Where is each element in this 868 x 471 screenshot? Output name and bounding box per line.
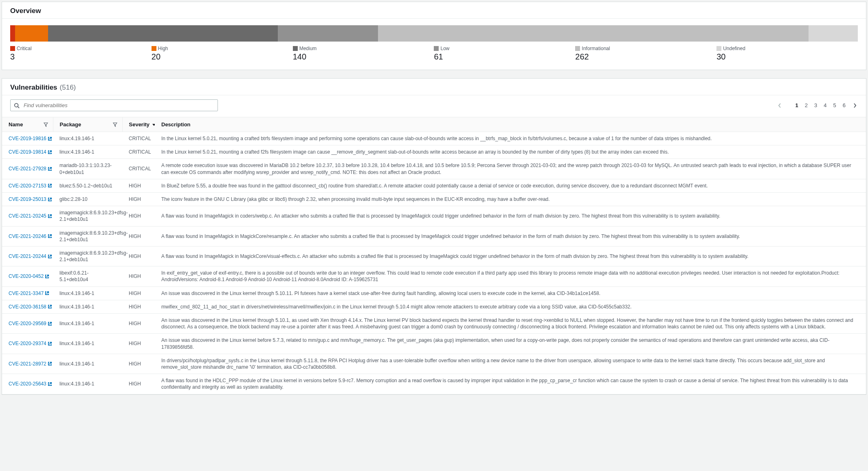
legend-item-undefined: Undefined30 xyxy=(716,46,858,62)
cell-severity: CRITICAL xyxy=(122,145,155,159)
table-row: CVE-2021-28972 linux:4.19.146-1HIGHIn dr… xyxy=(2,354,866,374)
external-link-icon xyxy=(48,304,52,309)
cell-severity: HIGH xyxy=(122,286,155,300)
cve-link[interactable]: CVE-2020-29374 xyxy=(9,340,52,347)
vulnerabilities-panel: Vulnerabilities (516) 123456 Name Packag… xyxy=(2,78,866,395)
cve-link[interactable]: CVE-2021-20246 xyxy=(9,233,52,240)
col-description-header: Description xyxy=(155,117,866,132)
legend-count: 20 xyxy=(152,52,293,62)
cve-link[interactable]: CVE-2020-36158 xyxy=(9,304,52,310)
table-row: CVE-2019-19814 linux:4.19.146-1CRITICALI… xyxy=(2,145,866,159)
cell-package: linux:4.19.146-1 xyxy=(53,354,122,374)
cell-severity: CRITICAL xyxy=(122,132,155,145)
cve-link[interactable]: CVE-2020-27153 xyxy=(9,183,52,189)
vulnerabilities-count: (516) xyxy=(60,84,76,92)
bar-segment-medium xyxy=(48,25,278,42)
legend-swatch xyxy=(434,46,439,51)
pagination: 123456 xyxy=(777,102,858,108)
legend-swatch xyxy=(716,46,721,51)
external-link-icon xyxy=(48,167,52,171)
filter-icon xyxy=(113,122,117,127)
legend-swatch xyxy=(575,46,580,51)
cell-description: In the Linux kernel 5.0.21, mounting a c… xyxy=(155,145,866,159)
cell-description: A remote code execution issue was discov… xyxy=(155,159,866,179)
bar-segment-high xyxy=(15,25,48,42)
external-link-icon xyxy=(48,361,52,366)
cve-link[interactable]: CVE-2021-3347 xyxy=(9,290,49,297)
cve-link[interactable]: CVE-2021-20244 xyxy=(9,253,52,260)
svg-point-0 xyxy=(15,103,18,107)
overview-body: Critical3High20Medium140Low61Information… xyxy=(2,19,866,70)
page-1[interactable]: 1 xyxy=(795,102,798,108)
page-2[interactable]: 2 xyxy=(805,102,808,108)
legend-item-low: Low61 xyxy=(434,46,575,62)
cell-name: CVE-2021-20244 xyxy=(2,246,53,266)
legend-label: Undefined xyxy=(723,46,745,51)
cve-link[interactable]: CVE-2021-27928 xyxy=(9,165,52,172)
cell-description: In the Linux kernel 5.0.21, mounting a c… xyxy=(155,132,866,145)
cve-link[interactable]: CVE-2021-28972 xyxy=(9,361,52,367)
external-link-icon xyxy=(48,183,52,188)
cell-name: CVE-2019-19816 xyxy=(2,132,53,145)
search-input[interactable] xyxy=(10,99,218,111)
cve-link[interactable]: CVE-2019-19814 xyxy=(9,149,52,155)
legend-swatch xyxy=(293,46,298,51)
cell-name: CVE-2020-0452 xyxy=(2,266,53,286)
cell-description: A flaw was found in the HDLC_PPP module … xyxy=(155,374,866,394)
external-link-icon xyxy=(48,197,52,202)
cell-description: The iconv feature in the GNU C Library (… xyxy=(155,192,866,206)
legend-label: High xyxy=(158,46,168,51)
external-link-icon xyxy=(48,136,52,141)
table-row: CVE-2019-25013 glibc:2.28-10HIGHThe icon… xyxy=(2,192,866,206)
col-severity-header[interactable]: Severity xyxy=(122,117,155,132)
table-row: CVE-2021-3347 linux:4.19.146-1HIGHAn iss… xyxy=(2,286,866,300)
svg-line-1 xyxy=(18,106,20,108)
cell-package: imagemagick:8:6.9.10.23+dfsg-2.1+deb10u1 xyxy=(53,246,122,266)
search-icon xyxy=(14,103,20,108)
col-name-header[interactable]: Name xyxy=(2,117,53,132)
page-4[interactable]: 4 xyxy=(824,102,826,108)
cell-description: In BlueZ before 5.55, a double free was … xyxy=(155,179,866,192)
cell-name: CVE-2019-25013 xyxy=(2,192,53,206)
cell-name: CVE-2020-27153 xyxy=(2,179,53,192)
cell-name: CVE-2020-36158 xyxy=(2,300,53,313)
cell-severity: HIGH xyxy=(122,226,155,246)
page-6[interactable]: 6 xyxy=(843,102,846,108)
cell-severity: HIGH xyxy=(122,266,155,286)
external-link-icon xyxy=(48,150,52,154)
cve-link[interactable]: CVE-2020-29569 xyxy=(9,320,52,327)
cell-package: linux:4.19.146-1 xyxy=(53,145,122,159)
cve-link[interactable]: CVE-2020-25643 xyxy=(9,381,52,387)
bar-segment-low xyxy=(278,25,378,42)
cell-severity: CRITICAL xyxy=(122,159,155,179)
legend-item-informational: Informational262 xyxy=(575,46,716,62)
legend-count: 30 xyxy=(716,52,858,62)
page-next[interactable] xyxy=(852,103,858,108)
cve-link[interactable]: CVE-2019-25013 xyxy=(9,196,52,202)
cell-description: mwifiex_cmd_802_11_ad_hoc_start in drive… xyxy=(155,300,866,313)
cell-package: glibc:2.28-10 xyxy=(53,192,122,206)
cve-link[interactable]: CVE-2020-0452 xyxy=(9,273,49,280)
table-row: CVE-2020-29569 linux:4.19.146-1HIGHAn is… xyxy=(2,314,866,334)
table-row: CVE-2020-25643 linux:4.19.146-1HIGHA fla… xyxy=(2,374,866,394)
cell-description: In drivers/pci/hotplug/rpadlpar_sysfs.c … xyxy=(155,354,866,374)
page-5[interactable]: 5 xyxy=(833,102,836,108)
bar-segment-critical xyxy=(10,25,15,42)
cell-severity: HIGH xyxy=(122,334,155,354)
cell-description: In exif_entry_get_value of exif-entry.c,… xyxy=(155,266,866,286)
cell-package: linux:4.19.146-1 xyxy=(53,132,122,145)
cell-name: CVE-2021-20246 xyxy=(2,226,53,246)
external-link-icon xyxy=(48,341,52,346)
cell-package: linux:4.19.146-1 xyxy=(53,286,122,300)
cell-severity: HIGH xyxy=(122,179,155,192)
page-prev[interactable] xyxy=(777,103,782,108)
legend-item-medium: Medium140 xyxy=(293,46,434,62)
table-row: CVE-2020-27153 bluez:5.50-1.2~deb10u1HIG… xyxy=(2,179,866,192)
cve-link[interactable]: CVE-2019-19816 xyxy=(9,135,52,142)
page-3[interactable]: 3 xyxy=(814,102,817,108)
legend-item-high: High20 xyxy=(152,46,293,62)
vulnerabilities-toolbar: 123456 xyxy=(2,95,866,117)
col-package-header[interactable]: Package xyxy=(53,117,122,132)
cve-link[interactable]: CVE-2021-20245 xyxy=(9,213,52,219)
vulnerabilities-header: Vulnerabilities (516) xyxy=(2,79,866,95)
